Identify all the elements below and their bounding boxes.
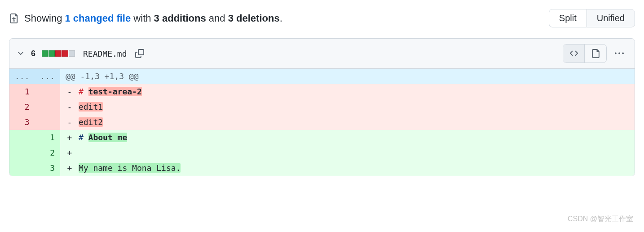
new-line-number[interactable] [35, 99, 61, 115]
deletions-count: 3 deletions [228, 13, 280, 24]
file-diff-container: 6 README.md [9, 38, 635, 176]
summary-prefix: Showing [24, 13, 62, 24]
file-header-right [563, 44, 627, 63]
file-header-left: 6 README.md [17, 45, 148, 62]
diff-line-del: 2- edit1 [9, 99, 635, 115]
file-header: 6 README.md [9, 39, 635, 69]
code-cell[interactable]: + My name is Mona Lisa. [60, 161, 635, 176]
new-line-number[interactable] [35, 115, 61, 130]
diffstat-block-del [55, 50, 62, 57]
unified-view-button[interactable]: Unified [587, 9, 635, 27]
diff-line-add: 1+ # About me [9, 130, 635, 145]
diff-summary-bar: Showing 1 changed file with 3 additions … [9, 9, 635, 27]
code-cell[interactable]: - # test-area-2 [60, 84, 635, 99]
filename[interactable]: README.md [83, 49, 127, 58]
hunk-header-text: @@ -1,3 +1,3 @@ [60, 69, 635, 84]
old-line-number[interactable] [9, 130, 35, 145]
diff-line-del: 3- edit2 [9, 115, 635, 130]
changed-files-link[interactable]: 1 changed file [65, 13, 131, 24]
file-icon [591, 49, 600, 58]
copy-path-button[interactable] [132, 45, 148, 62]
old-line-number[interactable]: 3 [9, 115, 35, 130]
summary-suffix: . [280, 13, 282, 24]
old-line-number[interactable]: 2 [9, 99, 35, 115]
diffstat-block-neutral [69, 50, 75, 57]
code-cell[interactable]: + [60, 145, 635, 161]
kebab-horizontal-icon [614, 49, 624, 58]
diff-table: ... ... @@ -1,3 +1,3 @@ 1- # test-area-2… [9, 69, 635, 176]
diffstat-block-del [62, 50, 68, 57]
diffstat-block-add [42, 50, 48, 57]
code-cell[interactable]: - edit1 [60, 99, 635, 115]
summary-mid2: and [209, 13, 225, 24]
old-line-number[interactable] [9, 145, 35, 161]
diff-summary-text: Showing 1 changed file with 3 additions … [9, 13, 282, 24]
diffstat-block-add [49, 50, 55, 57]
file-change-count: 6 [31, 49, 35, 58]
hunk-expand-new[interactable]: ... [35, 69, 61, 84]
diff-line-del: 1- # test-area-2 [9, 84, 635, 99]
diff-tbody: ... ... @@ -1,3 +1,3 @@ 1- # test-area-2… [9, 69, 635, 176]
chevron-down-icon[interactable] [17, 49, 25, 58]
file-diff-icon [9, 13, 19, 23]
additions-count: 3 additions [154, 13, 206, 24]
file-menu-button[interactable] [611, 45, 627, 62]
new-line-number[interactable] [35, 84, 61, 99]
copy-icon [135, 49, 144, 58]
diff-line-add: 3+ My name is Mona Lisa. [9, 161, 635, 176]
new-line-number[interactable]: 3 [35, 161, 61, 176]
code-icon [569, 49, 578, 58]
code-cell[interactable]: + # About me [60, 130, 635, 145]
new-line-number[interactable]: 1 [35, 130, 61, 145]
code-cell[interactable]: - edit2 [60, 115, 635, 130]
view-mode-toggle [563, 44, 607, 63]
old-line-number[interactable] [9, 161, 35, 176]
hunk-expand-old[interactable]: ... [9, 69, 35, 84]
diffstat-blocks [42, 50, 75, 57]
split-view-button[interactable]: Split [549, 9, 587, 27]
new-line-number[interactable]: 2 [35, 145, 61, 161]
summary-mid1: with [133, 13, 151, 24]
rendered-view-button[interactable] [585, 45, 606, 62]
diff-view-toggle: Split Unified [549, 9, 635, 27]
source-view-button[interactable] [563, 45, 585, 62]
hunk-header-row: ... ... @@ -1,3 +1,3 @@ [9, 69, 635, 84]
old-line-number[interactable]: 1 [9, 84, 35, 99]
diff-line-add: 2+ [9, 145, 635, 161]
